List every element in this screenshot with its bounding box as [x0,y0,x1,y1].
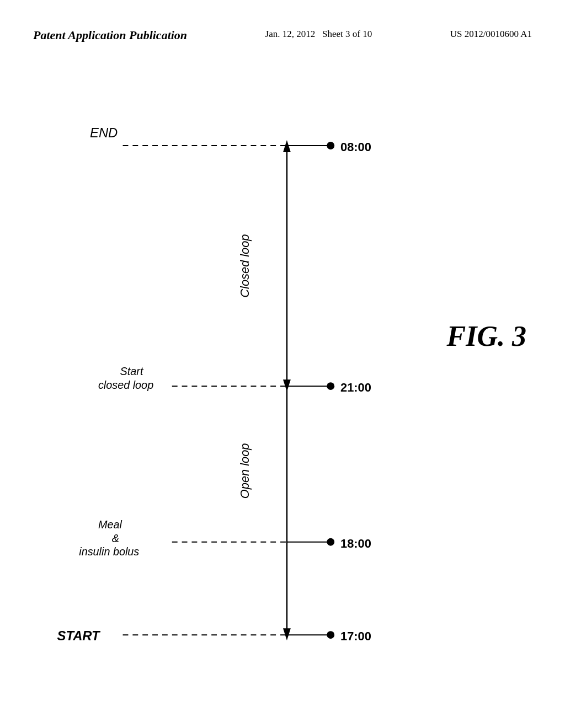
svg-text:17:00: 17:00 [340,629,371,643]
publication-number: US 2012/0010600 A1 [450,28,532,41]
svg-text:08:00: 08:00 [340,140,371,154]
pub-date: Jan. 12, 2012 [265,29,316,39]
svg-text:insulin bolus: insulin bolus [79,545,139,558]
svg-text:END: END [90,125,118,140]
svg-text:Open loop: Open loop [238,443,252,499]
publication-date-sheet: Jan. 12, 2012 Sheet 3 of 10 [265,28,372,41]
svg-text:closed loop: closed loop [98,379,153,391]
svg-text:18:00: 18:00 [340,537,371,550]
svg-text:Meal: Meal [98,518,122,531]
svg-text:21:00: 21:00 [340,381,371,394]
svg-text:&: & [112,532,119,544]
sheet-info: Sheet 3 of 10 [322,29,372,39]
publication-title: Patent Application Publication [33,28,187,44]
svg-text:START: START [57,628,102,643]
page-header: Patent Application Publication Jan. 12, … [0,28,565,44]
svg-text:Closed loop: Closed loop [238,234,252,298]
timeline-diagram: 17:00 18:00 21:00 08:00 START END Meal &… [0,83,565,711]
svg-text:Start: Start [120,365,144,377]
